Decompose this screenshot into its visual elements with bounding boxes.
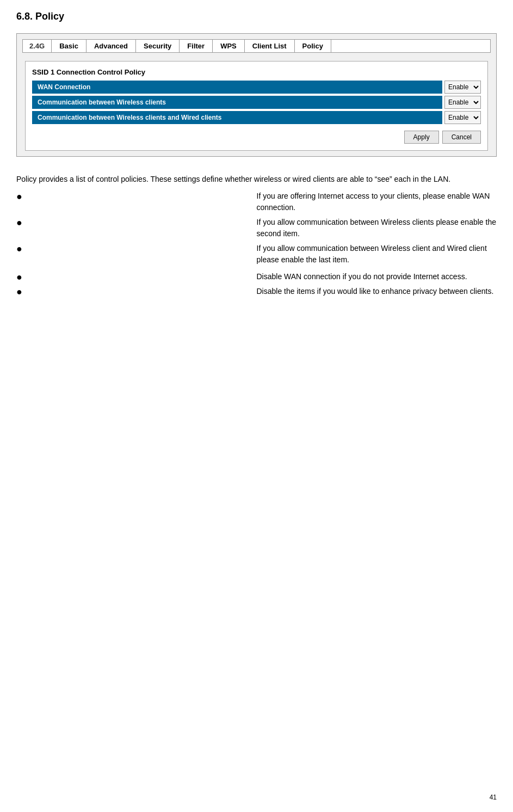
tab-wps[interactable]: WPS	[213, 40, 245, 52]
button-row: Apply Cancel	[32, 131, 481, 144]
policy-box: SSID 1 Connection Control Policy WAN Con…	[25, 61, 488, 151]
nav-freq-label: 2.4G	[23, 40, 52, 52]
list-item: ● If you allow communication between Wir…	[16, 243, 497, 266]
tab-advanced[interactable]: Advanced	[86, 40, 136, 52]
tab-policy[interactable]: Policy	[295, 40, 331, 52]
apply-button[interactable]: Apply	[404, 131, 439, 144]
cancel-button[interactable]: Cancel	[442, 131, 481, 144]
bullet-dot: ●	[16, 244, 257, 254]
policy-row-wireless: Communication between Wireless clients E…	[32, 96, 481, 109]
policy-row-wired: Communication between Wireless clients a…	[32, 111, 481, 124]
policy-select-wrapper-wan: Enable Disable	[444, 81, 481, 94]
bullet-list: ● If you are offering Internet access to…	[16, 190, 497, 297]
policy-section-title: SSID 1 Connection Control Policy	[32, 68, 481, 76]
policy-select-wan[interactable]: Enable Disable	[444, 81, 481, 94]
policy-label-wireless: Communication between Wireless clients	[32, 96, 442, 109]
list-item: ● If you are offering Internet access to…	[16, 190, 497, 213]
description-text: Policy provides a list of control polici…	[16, 173, 497, 185]
bullet-dot: ●	[16, 272, 257, 282]
policy-row-wan: WAN Connection Enable Disable	[32, 81, 481, 94]
policy-label-wired: Communication between Wireless clients a…	[32, 111, 442, 124]
page-title: 6.8. Policy	[16, 11, 497, 22]
nav-bar: 2.4G Basic Advanced Security Filter WPS …	[22, 39, 491, 53]
tab-basic[interactable]: Basic	[52, 40, 86, 52]
policy-select-wrapper-wired: Enable Disable	[444, 111, 481, 124]
policy-label-wan: WAN Connection	[32, 81, 442, 94]
tab-security[interactable]: Security	[136, 40, 180, 52]
policy-select-wired[interactable]: Enable Disable	[444, 111, 481, 124]
tab-filter[interactable]: Filter	[180, 40, 213, 52]
bullet-dot: ●	[16, 218, 257, 227]
bullet-dot: ●	[16, 287, 257, 297]
list-item: ● Disable WAN connection if you do not p…	[16, 271, 497, 282]
list-item: ● If you allow communication between Wir…	[16, 217, 497, 239]
tab-client-list[interactable]: Client List	[245, 40, 295, 52]
policy-select-wrapper-wireless: Enable Disable	[444, 96, 481, 109]
list-item: ● Disable the items if you would like to…	[16, 286, 497, 297]
bullet-dot: ●	[16, 192, 257, 201]
policy-select-wireless[interactable]: Enable Disable	[444, 96, 481, 109]
router-panel: 2.4G Basic Advanced Security Filter WPS …	[16, 33, 497, 157]
